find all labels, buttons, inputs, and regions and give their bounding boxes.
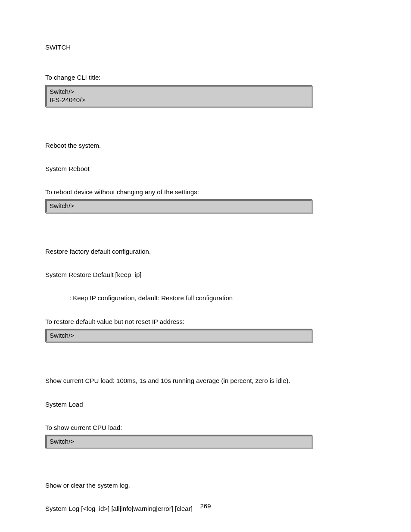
sec1-codebox: Switch/> IFS-24040/> [45, 85, 312, 107]
sec4-codebox: Switch/> [45, 435, 312, 448]
sec2-codebox: Switch/> [45, 199, 312, 213]
sec3-lead: To restore default value but not reset I… [45, 317, 366, 326]
sec4-syntax: System Load [45, 400, 366, 409]
sec3-code-line1: Switch/> [50, 331, 309, 340]
sec3-desc: Restore factory default configuration. [45, 247, 366, 256]
sec4-code-line1: Switch/> [50, 437, 309, 446]
sec2-code-line1: Switch/> [50, 202, 309, 210]
sec4-desc: Show current CPU load: 100ms, 1s and 10s… [45, 376, 366, 385]
sec3-param: : Keep IP configuration, default: Restor… [45, 294, 366, 302]
header-text: SWITCH [45, 43, 366, 52]
sec5-desc: Show or clear the system log. [45, 481, 366, 490]
sec1-code-line2: IFS-24040/> [50, 96, 309, 104]
page: SWITCH To change CLI title: Switch/> IFS… [0, 0, 411, 532]
page-number: 269 [0, 502, 411, 510]
sec2-desc: Reboot the system. [45, 141, 366, 150]
sec4-lead: To show current CPU load: [45, 423, 366, 432]
sec2-lead: To reboot device without changing any of… [45, 188, 366, 196]
sec1-lead: To change CLI title: [45, 73, 366, 82]
sec3-syntax: System Restore Default [keep_ip] [45, 271, 366, 279]
sec3-codebox: Switch/> [45, 329, 312, 342]
sec1-code-line1: Switch/> [50, 87, 309, 96]
sec2-syntax: System Reboot [45, 165, 366, 173]
